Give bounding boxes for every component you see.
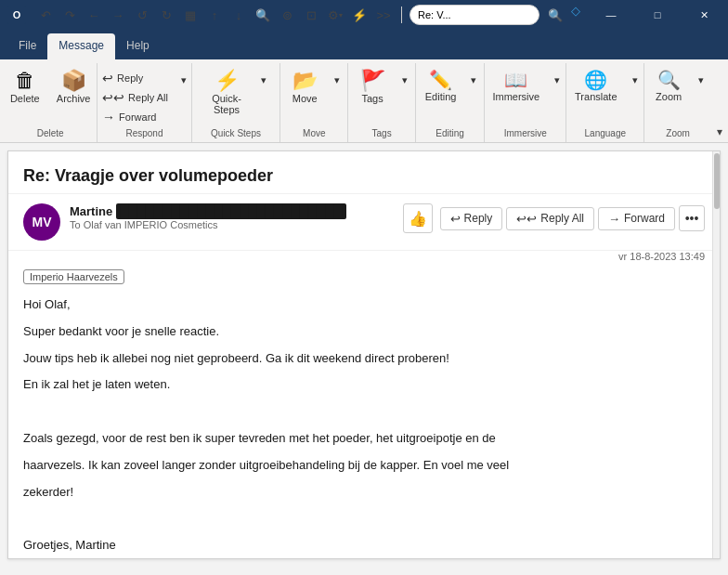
delete-icon: 🗑 [15, 71, 35, 91]
respond-group-content: ↩ Reply ↩↩ Reply All → Forward ▾ [97, 63, 192, 126]
translate-button[interactable]: 🌐 Translate [567, 67, 624, 106]
more-icon: ••• [685, 211, 699, 226]
tab-help[interactable]: Help [115, 33, 161, 59]
like-button[interactable]: 👍 [403, 203, 433, 233]
back-btn[interactable]: ← [84, 5, 104, 25]
editing-button[interactable]: ✏️ Editing [418, 67, 464, 106]
settings-btn[interactable]: ⚙▾ [325, 5, 345, 25]
ribbon-reply-all-button[interactable]: ↩↩ Reply All [97, 88, 174, 107]
scrollbar-track[interactable] [712, 151, 720, 558]
undo2-btn[interactable]: ↺ [132, 5, 152, 25]
zoom-content: 🔍 Zoom ▾ [646, 63, 709, 126]
ribbon-group-respond: ↩ Reply ↩↩ Reply All → Forward ▾ Respond [98, 63, 191, 142]
tab-message[interactable]: Message [47, 33, 115, 59]
zoom-dropdown-btn[interactable]: ▾ [693, 67, 709, 88]
ribbon-group-zoom: 🔍 Zoom ▾ Zoom [644, 63, 711, 142]
tags-content: 🚩 Tags ▾ [350, 63, 413, 126]
more-toolbar-btn[interactable]: >> [373, 5, 394, 25]
body-line-2: Super bedankt voor je snelle reactie. [23, 322, 705, 342]
undo-btn[interactable]: ↶ [35, 5, 56, 25]
forward-button[interactable]: → Forward [598, 207, 675, 230]
redo2-btn[interactable]: ↻ [156, 5, 176, 25]
body-spacer [23, 402, 705, 422]
language-dropdown-btn[interactable]: ▾ [627, 67, 644, 88]
minimize-button[interactable]: — [590, 0, 632, 30]
message-subject: Re: Vraagje over volumepoeder [8, 151, 720, 194]
sender-info: Martine██████████████████████████ To Ola… [70, 203, 394, 230]
immersive-icon: 📖 [504, 71, 527, 89]
quicksteps-dropdown-btn[interactable]: ▾ [255, 67, 272, 88]
forward-action-label: Forward [624, 212, 665, 225]
reply-button[interactable]: ↩ Reply [440, 207, 503, 230]
move-group-label: Move [303, 126, 325, 142]
move-icon: 📂 [292, 71, 318, 91]
down-btn[interactable]: ↓ [228, 5, 249, 25]
tag-badge[interactable]: Imperio Haarvezels [23, 269, 124, 284]
reply-all-button[interactable]: ↩↩ Reply All [506, 207, 594, 230]
search-title-btn[interactable]: 🔍 [545, 5, 566, 25]
body-spacer2 [23, 509, 705, 529]
respond-dropdown-btn[interactable]: ▾ [176, 67, 192, 88]
forward-label: Forward [119, 111, 156, 123]
move-dropdown-btn[interactable]: ▾ [329, 67, 345, 88]
ribbon-reply-button[interactable]: ↩ Reply [97, 69, 174, 87]
more-actions-button[interactable]: ••• [679, 205, 705, 231]
quicksteps-content: ⚡ quick-steps ▾ [200, 63, 273, 126]
circle-btn[interactable]: ⊚ [277, 5, 297, 25]
title-search-input[interactable] [410, 5, 540, 25]
tags-dropdown-btn[interactable]: ▾ [396, 67, 413, 88]
delete-group-content: 🗑 Delete 📦 Archive [3, 63, 98, 126]
like-icon: 👍 [409, 210, 427, 228]
archive-button[interactable]: 📦 Archive [49, 67, 98, 108]
zoom-group-label: Zoom [666, 126, 690, 142]
delete-button[interactable]: 🗑 Delete [3, 67, 47, 108]
ribbon-group-editing: ✏️ Editing ▾ Editing [416, 63, 485, 142]
scrollbar-thumb[interactable] [714, 153, 720, 209]
search-toolbar-btn[interactable]: 🔍 [253, 5, 273, 25]
zoom-label: Zoom [656, 91, 682, 102]
body-line-10: Groetjes, Martine [23, 536, 705, 555]
reply-action-icon: ↩ [450, 212, 461, 226]
up-btn[interactable]: ↑ [204, 5, 225, 25]
move-button[interactable]: 📂 Move [282, 67, 327, 108]
quick-steps-button[interactable]: ⚡ quick-steps [200, 67, 254, 119]
body-line-3: Jouw tips heb ik allebei nog niet geprob… [23, 349, 705, 369]
separator [401, 7, 402, 23]
timestamp-row: vr 18-8-2023 13:49 [8, 251, 720, 266]
tag-badge-container: Imperio Haarvezels [8, 266, 720, 288]
titlebar: O ↶ ↷ ← → ↺ ↻ ▦ ↑ ↓ 🔍 ⊚ ⊡ ⚙▾ ⚡ >> 🔍 ◇ — … [0, 0, 728, 30]
ribbon-expand-button[interactable]: ▾ [711, 124, 728, 142]
gem-icon[interactable]: ◇ [566, 0, 586, 20]
zoom-button[interactable]: 🔍 Zoom [646, 67, 691, 106]
editing-dropdown-btn[interactable]: ▾ [465, 67, 482, 88]
body-line-7: haarvezels. Ik kan zoveel langer zonder … [23, 456, 705, 476]
titlebar-left: O ↶ ↷ ← → ↺ ↻ ▦ ↑ ↓ 🔍 ⊚ ⊡ ⚙▾ ⚡ >> 🔍 [7, 5, 566, 25]
reply-label: Reply [117, 72, 143, 84]
square-btn[interactable]: ⊡ [301, 5, 321, 25]
message-header: MV Martine██████████████████████████ To … [8, 194, 720, 251]
tags-button[interactable]: 🚩 Tags [350, 67, 395, 108]
ribbon-group-quicksteps: ⚡ quick-steps ▾ Quick Steps [192, 63, 281, 142]
forward-nav-btn[interactable]: → [108, 5, 128, 25]
body-line-0: Hoi Olaf, [23, 295, 705, 315]
respond-group-label: Respond [125, 126, 162, 142]
redo-left-btn[interactable]: ↷ [59, 5, 80, 25]
forward-action-icon: → [608, 212, 620, 226]
avatar: MV [23, 203, 60, 241]
maximize-button[interactable]: □ [636, 0, 679, 30]
delete-group-label: Delete [37, 126, 64, 142]
close-button[interactable]: ✕ [682, 0, 725, 30]
tab-file[interactable]: File [7, 33, 47, 59]
lightning-btn[interactable]: ⚡ [349, 5, 370, 25]
zoom-icon: 🔍 [657, 71, 681, 89]
respond-btns-col: ↩ Reply ↩↩ Reply All → Forward [97, 67, 174, 126]
immersive-content: 📖 Immersive ▾ [485, 63, 566, 126]
translate-label: Translate [575, 91, 617, 102]
immersive-button[interactable]: 📖 Immersive [485, 67, 547, 106]
grid-btn[interactable]: ▦ [180, 5, 201, 25]
ribbon-forward-button[interactable]: → Forward [97, 108, 174, 126]
immersive-group-label: Immersive [504, 126, 547, 142]
quick-steps-label: quick-steps [207, 93, 247, 115]
immersive-dropdown-btn[interactable]: ▾ [549, 67, 566, 88]
flag-icon: 🚩 [360, 71, 385, 91]
